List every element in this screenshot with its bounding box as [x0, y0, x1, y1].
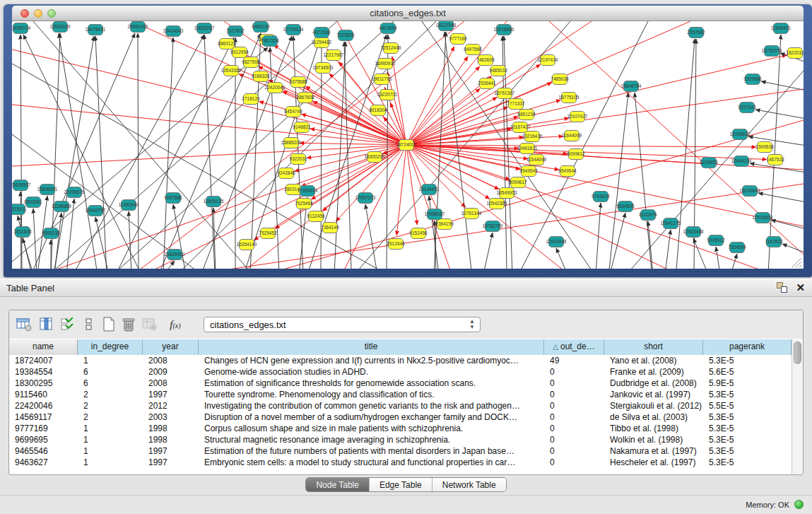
- table-row[interactable]: 1830029562008Estimation of significance …: [9, 378, 793, 389]
- row-options-button[interactable]: [80, 315, 98, 334]
- memory-status-indicator[interactable]: [794, 500, 804, 509]
- close-panel-icon[interactable]: ✕: [796, 282, 805, 293]
- column-header-in-degree[interactable]: in_degree: [78, 339, 143, 355]
- graph-node-label: 1931645: [13, 229, 32, 234]
- graph-node-label: 16761367: [495, 90, 515, 95]
- window-titlebar[interactable]: citations_edges.txt: [12, 6, 804, 21]
- table-vertical-scrollbar[interactable]: [792, 339, 803, 475]
- graph-node-label: 18300295: [365, 154, 385, 159]
- graph-edge: [302, 114, 406, 145]
- tab-node-table[interactable]: Node Table: [306, 478, 370, 491]
- cell-year: 1997: [143, 389, 199, 400]
- canvas-resize-grip[interactable]: [792, 258, 801, 267]
- cell-pagerank: 5.6E-5: [703, 366, 792, 378]
- graph-edge: [445, 32, 471, 269]
- graph-node-label: 2536441: [478, 81, 496, 86]
- graph-node-label: 8912954: [230, 49, 249, 54]
- create-column-button[interactable]: [100, 315, 118, 334]
- graph-node-label: 9375685: [289, 79, 307, 84]
- tab-edge-table[interactable]: Edge Table: [370, 478, 433, 491]
- graph-edge: [54, 36, 94, 269]
- cell-year: 2008: [143, 378, 199, 389]
- table-mode-button[interactable]: [15, 315, 33, 334]
- graph-node-label: 9485033: [489, 68, 507, 73]
- cell-in_degree: 6: [78, 378, 143, 389]
- column-header-name[interactable]: name: [9, 339, 78, 355]
- cell-title: Estimation of significance thresholds fo…: [199, 378, 544, 389]
- table-row[interactable]: 1938455462009Genome-wide association stu…: [9, 366, 793, 378]
- table-source-value: citations_edges.txt: [210, 320, 286, 330]
- cell-out_degree: 49: [544, 355, 604, 366]
- graph-node-label: 12942757: [86, 208, 106, 213]
- graph-node-label: 18127048: [436, 23, 457, 28]
- cell-short: Wolkin et al. (1998): [604, 434, 703, 445]
- column-header-short[interactable]: short: [604, 339, 703, 355]
- float-window-icon[interactable]: [777, 282, 787, 293]
- function-builder-button[interactable]: f(x): [166, 315, 184, 334]
- table-row[interactable]: 2242004622012Investigating the contribut…: [9, 400, 793, 411]
- graph-edge: [334, 42, 346, 269]
- table-header-row: name in_degree year title △out_de… short…: [9, 339, 793, 355]
- delete-table-button[interactable]: [141, 315, 159, 334]
- table-row[interactable]: 1872400712008Changes of HCN gene express…: [9, 355, 793, 366]
- graph-edge: [396, 145, 406, 235]
- column-header-pagerank[interactable]: pagerank: [703, 339, 792, 355]
- graph-edge: [160, 33, 261, 269]
- cell-title: Tourette syndrome. Phenomenology and cla…: [199, 389, 544, 400]
- graph-node-label: 7924504: [728, 245, 746, 250]
- graph-node-label: 17359924: [298, 188, 318, 193]
- combo-arrows-icon: ▲▼: [469, 319, 475, 330]
- cell-pagerank: 5.3E-5: [703, 355, 792, 366]
- tab-network-table[interactable]: Network Table: [433, 478, 506, 491]
- graph-node-label: 6466100: [252, 24, 270, 29]
- cell-pagerank: 5.5E-5: [703, 400, 792, 411]
- graph-node-label: 15885200: [281, 140, 302, 145]
- graph-node-label: 9132456: [307, 214, 325, 218]
- graph-edge: [406, 145, 499, 189]
- table-panel: Table Panel ✕: [0, 279, 812, 514]
- table-row[interactable]: 969969511998Structural magnetic resonanc…: [9, 434, 793, 445]
- graph-edge: [203, 36, 292, 269]
- table-row[interactable]: 1456911722003Disruption of a novel membe…: [9, 411, 793, 423]
- delete-column-button[interactable]: [119, 315, 138, 334]
- show-columns-button[interactable]: [37, 315, 56, 334]
- graph-node-label: 12923448: [683, 229, 704, 234]
- table-row[interactable]: 946554611997Estimation of the future num…: [9, 445, 793, 457]
- cell-pagerank: 5.3E-5: [703, 457, 792, 468]
- table-source-select[interactable]: citations_edges.txt ▲▼: [204, 317, 481, 332]
- graph-edge: [365, 204, 377, 269]
- graph-node-label: 17957223: [355, 195, 376, 200]
- graph-node-label: 7485038: [551, 76, 569, 81]
- table-row[interactable]: 911546021997Tourette syndrome. Phenomeno…: [9, 389, 793, 400]
- cell-year: 1997: [143, 445, 199, 457]
- column-header-year[interactable]: year: [143, 339, 199, 355]
- table-row[interactable]: 977716911998Corpus callosum shape and si…: [9, 423, 793, 434]
- graph-node-label: 10719134: [283, 27, 304, 32]
- table-row[interactable]: 946362711997Embryonic stem cells: a mode…: [9, 457, 793, 468]
- graph-node-label: 6851234: [517, 112, 536, 117]
- cell-out_degree: 0: [544, 434, 604, 445]
- column-header-title[interactable]: title: [199, 339, 544, 355]
- graph-node-label: 8099617: [509, 180, 527, 185]
- memory-status-label: Memory: OK: [746, 501, 789, 509]
- graph-node-label: 7625464: [295, 201, 313, 206]
- graph-node-label: 12444154: [731, 158, 752, 163]
- graph-node-label: 8454749: [284, 109, 302, 114]
- graph-node-label: 10107427: [567, 114, 588, 119]
- network-view-window: citations_edges.txt 88601238912954182260…: [4, 4, 812, 277]
- graph-node-label: 15751074: [762, 48, 782, 53]
- cell-year: 2003: [143, 411, 199, 423]
- graph-node-label: 17016504: [753, 215, 773, 220]
- select-columns-button[interactable]: [59, 315, 77, 334]
- column-header-out-degree[interactable]: △out_de…: [544, 339, 604, 355]
- network-canvas[interactable]: 8860123891295418226058982750810543362818…: [12, 21, 804, 269]
- graph-edge: [138, 33, 139, 269]
- graph-edge: [18, 216, 32, 269]
- graph-node-label: 7771337: [507, 101, 525, 106]
- cell-in_degree: 2: [78, 411, 143, 423]
- scrollbar-thumb[interactable]: [794, 341, 801, 364]
- graph-node-label: 13216416: [522, 134, 543, 139]
- cell-title: Investigating the contribution of common…: [199, 400, 544, 411]
- graph-node-label: 11644099: [562, 133, 582, 138]
- graph-node-label: 11549301: [771, 25, 792, 30]
